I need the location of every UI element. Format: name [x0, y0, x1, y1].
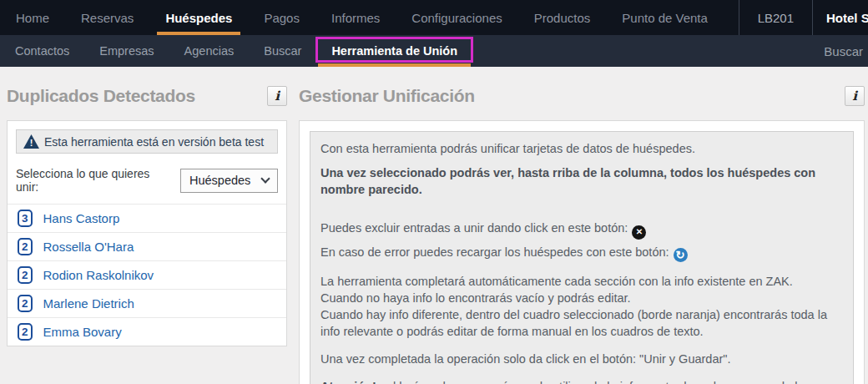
merge-type-row: Selecciona lo que quieres unir: Huéspede… [8, 159, 286, 204]
duplicate-count-badge: 2 [18, 238, 33, 255]
duplicate-row[interactable]: 2 Rossella O'Hara [8, 232, 286, 260]
nav-huespedes[interactable]: Huéspedes [149, 0, 248, 35]
subnav-search-link[interactable]: Buscar [824, 35, 868, 67]
reload-button-icon: ↻ [674, 248, 688, 262]
duplicate-name-link[interactable]: Hans Castorp [43, 211, 120, 225]
duplicates-panel: Duplicados Detectados i Esta herramienta… [7, 84, 287, 346]
duplicate-name-link[interactable]: Rodion Raskolnikov [43, 268, 154, 282]
instruction-line-bold: Una vez seleccionado podrás ver, hasta r… [320, 164, 843, 198]
top-navbar: Home Reservas Huéspedes Pagos Informes C… [0, 0, 868, 35]
property-name[interactable]: Hotel Sn [813, 0, 868, 35]
instruction-line: En caso de error puedes recargar los hué… [320, 244, 843, 263]
duplicate-row[interactable]: 2 Rodion Raskolnikov [8, 260, 286, 289]
subnav-empresas[interactable]: Empresas [84, 35, 169, 67]
subnav-contactos[interactable]: Contactos [0, 35, 84, 67]
nav-informes[interactable]: Informes [315, 0, 396, 35]
duplicate-row[interactable]: 3 Hans Castorp [8, 204, 286, 232]
duplicate-row[interactable]: 2 Marlene Dietrich [8, 289, 286, 317]
instruction-line: Una vez completada la operación solo da … [320, 351, 843, 367]
reload-instruction-text: En caso de error puedes recargar los hué… [320, 245, 669, 259]
merge-type-value: Huéspedes [189, 174, 250, 187]
duplicates-card: Esta herramienta está en versión beta te… [7, 120, 287, 346]
instruction-line: Cuando no haya info lo encontrarás vacío… [320, 290, 843, 306]
duplicate-name-link[interactable]: Rossella O'Hara [43, 240, 134, 254]
subnav-herramienta-de-union[interactable]: Herramienta de Unión [316, 35, 472, 67]
subnav-herramienta-label: Herramienta de Unión [331, 44, 457, 58]
attention-label: Atención! [320, 380, 376, 384]
duplicate-count-badge: 2 [18, 266, 33, 284]
duplicate-count-badge: 2 [18, 295, 33, 312]
instruction-line: Puedes excluir entradas a unir dando cli… [320, 220, 843, 240]
unification-header: Gestionar Unificación i [299, 84, 865, 107]
duplicate-row[interactable]: 2 Emma Bovary [8, 317, 286, 346]
subnav-agencias[interactable]: Agencias [169, 35, 250, 67]
nav-productos[interactable]: Productos [518, 0, 607, 35]
property-code[interactable]: LB201 [739, 0, 813, 35]
instructions-box: Con esta herramienta podrás unificar tar… [310, 131, 854, 384]
instruction-line: Con esta herramienta podrás unificar tar… [320, 140, 843, 157]
info-icon: i [852, 88, 857, 104]
main-content: Duplicados Detectados i Esta herramienta… [0, 67, 868, 384]
duplicates-header: Duplicados Detectados i [7, 84, 287, 107]
duplicate-count-badge: 3 [18, 210, 33, 227]
nav-pagos[interactable]: Pagos [248, 0, 315, 35]
chevron-down-icon [260, 174, 270, 183]
unification-title: Gestionar Unificación [299, 86, 475, 106]
beta-warning-text: Esta herramienta está en versión beta te… [44, 135, 264, 149]
nav-reservas[interactable]: Reservas [65, 0, 149, 35]
nav-configuraciones[interactable]: Configuraciones [396, 0, 517, 35]
info-icon: i [275, 88, 280, 104]
instruction-line: La herramienta completará automáticament… [320, 273, 843, 290]
subnav-buscar[interactable]: Buscar [249, 35, 316, 67]
unification-info-button[interactable]: i [845, 86, 865, 106]
duplicate-count-badge: 2 [18, 323, 33, 341]
duplicate-name-link[interactable]: Marlene Dietrich [43, 296, 134, 311]
unification-card: Con esta herramienta podrás unificar tar… [299, 120, 865, 384]
topbar-right: LB201 Hotel Sn [739, 0, 868, 35]
beta-warning: Esta herramienta está en versión beta te… [16, 129, 278, 154]
duplicates-title: Duplicados Detectados [7, 86, 195, 106]
nav-punto-de-venta[interactable]: Punto de Venta [606, 0, 724, 35]
merge-type-label: Selecciona lo que quieres unir: [16, 167, 172, 194]
duplicates-info-button[interactable]: i [267, 86, 287, 106]
warning-triangle-icon [23, 134, 39, 149]
instruction-line-attention: Atención! : el huésped nuevo será creado… [320, 378, 843, 384]
exclude-instruction-text: Puedes excluir entradas a unir dando cli… [320, 221, 628, 235]
instruction-line: Cuando hay info diferente, dentro del cu… [320, 306, 843, 340]
nav-home[interactable]: Home [0, 0, 65, 35]
exclude-button-icon: ✕ [632, 225, 646, 240]
sub-navbar: Contactos Empresas Agencias Buscar Herra… [0, 35, 868, 67]
duplicate-name-link[interactable]: Emma Bovary [43, 325, 122, 339]
unification-panel: Gestionar Unificación i Con esta herrami… [299, 84, 865, 384]
attention-text: : el huésped nuevo será creado utilizand… [320, 380, 805, 384]
merge-type-select[interactable]: Huéspedes [180, 169, 278, 193]
